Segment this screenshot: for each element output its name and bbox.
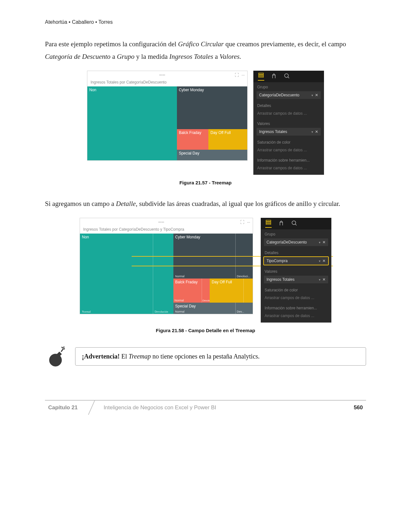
analytics-tab-icon[interactable] (284, 73, 290, 80)
bomb-icon (45, 345, 67, 368)
remove-icon[interactable]: ✕ (315, 93, 318, 97)
italic: Detalle (116, 200, 136, 208)
warning-text-box: ¡Advertencia! El Treemap no tiene opcion… (75, 347, 366, 366)
paragraph-1: Para este ejemplo repetimos la configura… (45, 38, 366, 63)
fields-pane-58: Grupo CategoríaDeDescuento▾✕ Detalles Ti… (261, 218, 331, 323)
chip-valores[interactable]: Ingresos Totales▾✕ (264, 276, 328, 283)
treemap-visual-57[interactable]: ══ ⛶··· Ingresos Totales por CategoríaDe… (87, 71, 248, 161)
chip-text: Ingresos Totales (259, 129, 287, 134)
warning-bold: ¡Advertencia! (82, 353, 120, 360)
treemap-cell-special[interactable]: Special Day (177, 150, 247, 160)
svg-rect-5 (266, 222, 271, 223)
fields-tab-icon[interactable] (258, 72, 264, 81)
more-icon[interactable]: ··· (241, 73, 245, 78)
chip-text: TipoCompra (267, 259, 288, 263)
drop-hint[interactable]: Arrastrar campos de datos ... (257, 164, 321, 172)
sublabel-dev: Dev... (237, 310, 244, 313)
treemap-cell-special[interactable]: Special Day Normal Dev... (173, 303, 253, 314)
footer-chapter: Capítulo 21 (45, 401, 88, 415)
italic: Treemap (129, 353, 151, 360)
sublabel-normal: Normal (82, 310, 91, 313)
pane-tabs (253, 71, 324, 82)
svg-rect-1 (259, 75, 264, 76)
page-footer: Capítulo 21 Inteligencia de Negocios con… (45, 400, 366, 415)
pane-tabs (261, 218, 331, 229)
cell-label: Balck Fraday (175, 280, 198, 284)
drop-hint[interactable]: Arrastrar campos de datos ... (257, 146, 321, 154)
figure-58: ══ ⛶··· Ingresos Totales por CategoríaDe… (45, 218, 366, 323)
paragraph-2: Si agregamos un campo a Detalle, subdivi… (45, 198, 366, 210)
chart-title: Ingresos Totales por CategoríaDeDescuent… (87, 79, 247, 86)
chip-detalle-highlighted[interactable]: TipoCompra▾✕ (264, 257, 328, 265)
drop-hint[interactable]: Arrastrar campos de datos ... (264, 312, 328, 319)
field-well-grupo-label: Grupo (253, 82, 324, 91)
chip-text: CategoríaDeDescuento (259, 93, 299, 97)
figure-57: ══ ⛶··· Ingresos Totales por CategoríaDe… (45, 71, 366, 175)
remove-icon[interactable]: ✕ (322, 259, 326, 263)
remove-icon[interactable]: ✕ (322, 240, 326, 244)
treemap-cell-black[interactable]: Balck Fraday (177, 129, 209, 150)
treemap-cell-dayoff[interactable]: Day Off Full (208, 129, 247, 150)
svg-rect-0 (259, 73, 264, 74)
page-authors: Atehortúa • Caballero • Torres (45, 19, 366, 25)
more-icon[interactable]: ··· (247, 220, 250, 225)
treemap-cell-non[interactable]: Non (80, 234, 173, 314)
focus-icon[interactable]: ⛶ (235, 73, 239, 78)
chip-text: CategoríaDeDescuento (267, 240, 307, 244)
sublabel-normal: Normal (175, 299, 184, 302)
svg-rect-4 (266, 220, 271, 221)
footer-page-number: 560 (351, 401, 366, 415)
chart-title: Ingresos Totales por CategoríaDeDescuent… (80, 226, 253, 234)
svg-rect-6 (266, 223, 271, 224)
fields-tab-icon[interactable] (265, 219, 272, 228)
remove-icon[interactable]: ✕ (322, 277, 326, 282)
italic: Valores. (220, 53, 241, 60)
field-well-saturacion-label: Saturación de color (261, 285, 331, 294)
remove-icon[interactable]: ✕ (315, 129, 318, 134)
chip-grupo[interactable]: CategoríaDeDescuento▾✕ (264, 238, 328, 246)
treemap-cell-dayoff[interactable]: Day Off Full (210, 279, 253, 303)
text: Si agregamos un campo a (45, 200, 116, 208)
format-tab-icon[interactable] (271, 73, 277, 80)
chevron-down-icon[interactable]: ▾ (319, 278, 320, 281)
text: no tiene opciones en la pestaña Analytic… (151, 353, 260, 360)
drag-grip-icon[interactable]: ══ (158, 220, 164, 225)
chip-grupo[interactable]: CategoríaDeDescuento▾✕ (257, 91, 321, 99)
cell-label: Day Off Full (212, 280, 232, 284)
field-well-tooltip-label: Información sobre herramien... (253, 155, 324, 164)
field-well-saturacion-label: Saturación de color (253, 137, 324, 146)
chevron-down-icon[interactable]: ▾ (319, 241, 320, 244)
italic: Ingresos Totales (169, 53, 213, 60)
svg-point-3 (284, 74, 288, 78)
text: a (110, 53, 117, 60)
drop-hint[interactable]: Arrastrar campos de datos ... (264, 294, 328, 301)
footer-title: Inteligencia de Negocios con Excel y Pow… (88, 401, 351, 415)
drag-grip-icon[interactable]: ══ (159, 73, 165, 77)
format-tab-icon[interactable] (278, 220, 284, 227)
text: que creamos previamente, es decir, el ca… (224, 40, 346, 48)
chip-text: Ingresos Totales (267, 277, 294, 282)
treemap-cell-cyber[interactable]: Cyber Monday Normal Devoluci... (173, 234, 253, 279)
cell-label: Special Day (175, 304, 196, 308)
field-well-detalles-label: Detalles (253, 101, 324, 109)
drop-hint[interactable]: Arrastrar campos de datos ... (257, 110, 321, 117)
chevron-down-icon[interactable]: ▾ (311, 93, 313, 97)
sublabel-normal: Normal (175, 310, 185, 313)
focus-icon[interactable]: ⛶ (240, 220, 244, 225)
text: , subdivide las áreas cuadradas, al igua… (136, 200, 340, 208)
text: Para este ejemplo repetimos la configura… (45, 40, 178, 48)
svg-rect-2 (259, 76, 264, 77)
text: El (120, 353, 129, 360)
sublabel-normal: Normal (175, 275, 185, 278)
chevron-down-icon[interactable]: ▾ (319, 259, 320, 263)
treemap-cell-cyber[interactable]: Cyber Monday (177, 86, 247, 129)
sublabel-devoluci: Devoluci... (237, 275, 250, 278)
fields-pane-57: Grupo CategoríaDeDescuento▾✕ Detalles Ar… (253, 71, 324, 175)
analytics-tab-icon[interactable] (291, 220, 297, 227)
treemap-cell-black[interactable]: Balck Fraday Normal Devolución (173, 279, 210, 303)
chevron-down-icon[interactable]: ▾ (311, 130, 313, 134)
treemap-cell-non[interactable]: Non (87, 86, 177, 160)
chip-valores[interactable]: Ingresos Totales▾✕ (257, 128, 321, 136)
italic: Grupo (117, 53, 135, 60)
treemap-visual-58[interactable]: ══ ⛶··· Ingresos Totales por CategoríaDe… (80, 218, 253, 314)
